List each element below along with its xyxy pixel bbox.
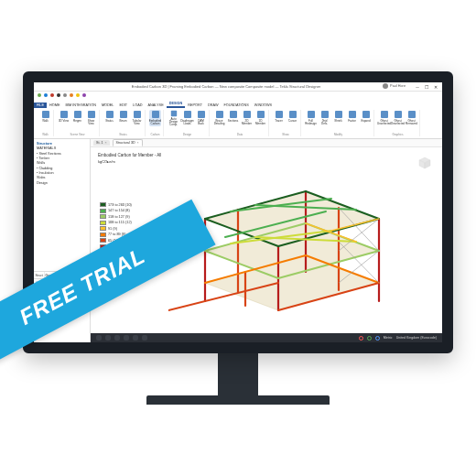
svg-rect-13: [243, 111, 251, 118]
ribbon-group-label: Walk: [42, 133, 49, 136]
ribbon-sections[interactable]: Sections: [227, 110, 239, 126]
ribbon-group-label: Data: [237, 133, 243, 136]
svg-rect-12: [230, 111, 237, 118]
status-button[interactable]: [96, 335, 102, 341]
ribbon-show-view[interactable]: Show View: [85, 110, 97, 126]
status-button[interactable]: [124, 335, 129, 341]
ribbon-regen[interactable]: Regen: [71, 110, 83, 126]
legend-swatch: [100, 221, 106, 225]
ribbon-factor[interactable]: Factor: [346, 110, 358, 126]
svg-rect-1: [60, 111, 68, 118]
ribbon-full-redesign[interactable]: Full Redesign: [305, 110, 317, 126]
statusbar: MetricUnited Kingdom (Eurocode): [91, 333, 442, 342]
ribbon-group-label: Scene View: [70, 133, 85, 136]
legend-swatch: [100, 209, 106, 213]
viewport-title: Embodied Carbon for Member - All: [98, 153, 161, 157]
ribbon-dam-back[interactable]: DAM Back: [195, 110, 207, 126]
status-button[interactable]: [114, 335, 120, 341]
ribbon-shrink[interactable]: Shrink: [332, 110, 344, 126]
ribbon-diaphragm-loads[interactable]: Diaphragm Loads: [181, 110, 193, 126]
structure-tree[interactable]: Structure MATERIALS• Steel Sections• Tim…: [34, 139, 90, 271]
svg-rect-23: [395, 111, 402, 118]
qat-button[interactable]: [57, 93, 60, 97]
legend-label: 118 to 127 (9): [108, 215, 130, 219]
ribbon-grid-defs-[interactable]: Grid Defs.: [319, 110, 330, 126]
ribbon-beam[interactable]: Beam: [117, 110, 129, 126]
legend-item: 173 to 260 (10): [100, 202, 132, 207]
svg-rect-15: [276, 111, 283, 118]
status-dot[interactable]: [375, 336, 380, 341]
qat-button[interactable]: [82, 93, 86, 97]
status-region[interactable]: United Kingdom (Eurocode): [396, 336, 437, 340]
status-button[interactable]: [133, 335, 138, 341]
qat-button[interactable]: [44, 93, 48, 97]
qat-button[interactable]: [70, 93, 73, 97]
ribbon-3d-view[interactable]: 3D View: [58, 110, 70, 126]
svg-rect-2: [74, 111, 81, 118]
qat-button[interactable]: [38, 93, 41, 97]
svg-rect-8: [170, 111, 176, 116]
close-button[interactable]: ✕: [433, 84, 438, 90]
close-tab-icon[interactable]: ×: [137, 141, 139, 145]
ribbon-tubular-view[interactable]: Tubular View: [131, 110, 143, 126]
legend-item: 118 to 127 (9): [100, 214, 132, 219]
ribbon-walk[interactable]: Walk: [39, 110, 51, 126]
svg-rect-7: [152, 111, 159, 118]
legend-item: 91 (9): [100, 226, 132, 231]
view-cube-icon[interactable]: [416, 155, 433, 171]
monitor-stand-neck: [218, 352, 258, 395]
legend-label: 147 to 154 (8): [108, 209, 130, 212]
ribbon-1d-member[interactable]: 1D Member: [254, 110, 266, 126]
svg-rect-22: [381, 111, 388, 118]
minimize-button[interactable]: ─: [415, 84, 420, 90]
tab-design[interactable]: DESIGN: [167, 101, 186, 108]
ribbon-expand[interactable]: Expand: [360, 110, 372, 126]
status-button[interactable]: [105, 335, 111, 341]
ribbon-group-label: Carbon: [151, 133, 160, 136]
svg-rect-17: [308, 111, 315, 118]
user-account[interactable]: Paul Hore: [383, 83, 406, 89]
status-button[interactable]: [142, 335, 147, 341]
ribbon-embodied-carbon[interactable]: Embodied Carbon: [149, 110, 161, 126]
titlebar: Paul Hore Embodied Carbon 3D | Framing E…: [34, 82, 442, 92]
legend-label: 91 (9): [108, 227, 117, 231]
monitor-stand-base: [146, 395, 330, 405]
legend-label: 108 to 115 (12): [108, 221, 132, 224]
svg-rect-3: [88, 111, 95, 118]
svg-rect-16: [289, 111, 297, 118]
tree-item[interactable]: Design: [37, 181, 87, 186]
legend-swatch: [100, 238, 106, 243]
status-dot[interactable]: [359, 336, 363, 341]
svg-rect-0: [42, 111, 49, 118]
ribbon-status[interactable]: Status: [103, 110, 115, 126]
svg-rect-19: [335, 111, 342, 118]
legend-swatch: [100, 226, 106, 231]
avatar: [383, 83, 388, 89]
status-dot[interactable]: [367, 336, 372, 341]
ribbon-brace-detailing[interactable]: Brace Detailing: [213, 110, 225, 126]
maximize-button[interactable]: ☐: [424, 84, 429, 90]
view-tab[interactable]: Structural 3D×: [113, 139, 143, 146]
legend-swatch: [100, 214, 106, 219]
ribbon-ghost-unselected[interactable]: Ghost Unselected: [378, 110, 390, 126]
svg-rect-5: [120, 111, 127, 118]
quick-access-toolbar: [34, 92, 442, 99]
ribbon-ghost-removed[interactable]: Ghost Removed: [406, 110, 417, 126]
close-tab-icon[interactable]: ×: [104, 141, 106, 145]
svg-rect-6: [134, 111, 141, 118]
view-tabs: St. 1×Structural 3D×: [91, 139, 442, 147]
ribbon-group-label: Status: [119, 133, 127, 136]
ribbon-group-label: Show: [282, 133, 289, 136]
ribbon-ghost-deselected[interactable]: Ghost Deselected: [392, 110, 404, 126]
ribbon-cursor[interactable]: Cursor: [287, 110, 298, 126]
viewport-units: kgCO₂e/m: [98, 159, 115, 164]
qat-button[interactable]: [76, 93, 80, 97]
qat-button[interactable]: [63, 93, 67, 97]
legend-swatch: [100, 202, 106, 207]
view-tab[interactable]: St. 1×: [93, 140, 110, 146]
ribbon-2d-member[interactable]: 2D Member: [241, 110, 253, 126]
qat-button[interactable]: [50, 93, 54, 97]
ribbon-tracer[interactable]: Tracer: [273, 110, 285, 126]
ribbon-auto-design-comp-[interactable]: Auto Design Comp.: [168, 110, 179, 126]
ribbon-group-label: Graphics: [392, 133, 403, 136]
